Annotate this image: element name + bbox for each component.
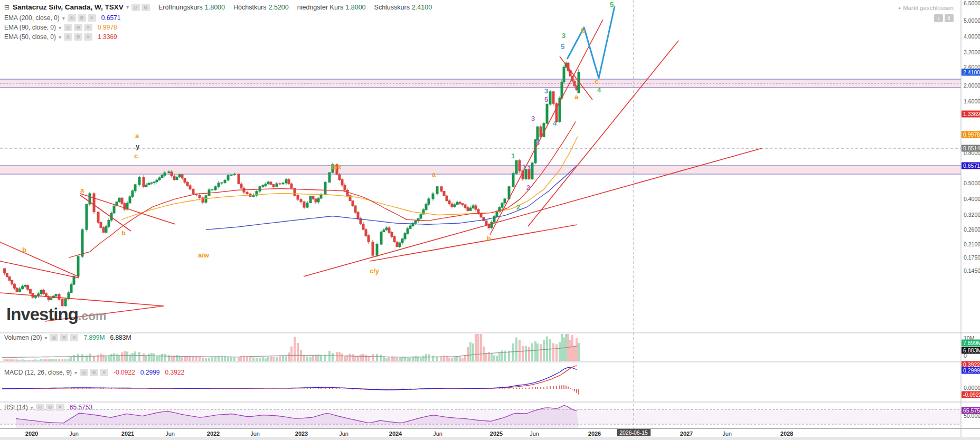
close-icon[interactable]: ✕	[70, 334, 78, 341]
chevron-down-icon[interactable]: ▾	[31, 405, 33, 410]
horizontal-scrollbar[interactable]	[0, 437, 980, 440]
ema-legend-row[interactable]: EMA (50, close, 0)▾◎⚙✕1.3369	[4, 33, 117, 41]
rsi-label: RSI (14)	[4, 404, 28, 411]
time-tick: Jun	[433, 431, 442, 437]
time-tick: Jun	[69, 431, 79, 437]
rsi-legend[interactable]: RSI (14) ▾ ◎ ⚙ ✕ 65.5753	[4, 404, 92, 411]
chevron-down-icon[interactable]: ▾	[74, 370, 77, 376]
symbol-header: ⊟ Santacruz Silv, Canada, W, TSXV ▾ ◎ ⚙ …	[4, 3, 432, 11]
wave-label[interactable]: c	[595, 78, 598, 85]
wave-label[interactable]: b	[581, 27, 585, 35]
ema-label: EMA (200, close, 0)	[4, 14, 60, 22]
wave-label[interactable]: a	[432, 170, 436, 178]
wave-label[interactable]: c	[134, 152, 138, 160]
scale-buttons: ↓ ⇕	[934, 14, 954, 22]
wave-label[interactable]: a	[135, 132, 139, 140]
price-tag: 1.3369	[962, 111, 980, 118]
price-tick: 4.0000	[964, 33, 980, 40]
gear-icon[interactable]: ⚙	[78, 14, 86, 22]
wave-label[interactable]: 3	[531, 114, 535, 122]
indicator-value: 7.899M	[83, 334, 105, 341]
ema-legend-row[interactable]: EMA (90, close, 0)▾◎⚙✕0.9978	[4, 24, 117, 31]
eye-icon[interactable]: ◎	[50, 334, 58, 341]
wave-label[interactable]: b	[22, 246, 26, 254]
chevron-down-icon[interactable]: ▾	[59, 25, 61, 31]
wave-label[interactable]: 2	[516, 203, 520, 211]
price-tick: 0.2100	[964, 241, 980, 247]
gear-icon[interactable]: ⚙	[74, 24, 82, 31]
wave-label[interactable]: 1	[511, 152, 515, 160]
price-tag: 65.5753	[962, 407, 980, 414]
indicator-value: 0.3922	[165, 369, 184, 376]
time-tick: Jun	[722, 431, 732, 437]
market-status-label: Markt geschlossen	[903, 5, 954, 11]
wave-label[interactable]: b	[487, 235, 491, 243]
ohlc-item: Eröffnungskurs1.8000	[158, 4, 225, 11]
close-icon[interactable]: ✕	[56, 404, 64, 411]
arrow-down-icon[interactable]: ↓	[934, 14, 943, 22]
wave-label[interactable]: b/x	[332, 163, 342, 171]
time-tick: 2028	[780, 431, 793, 437]
macd-legend[interactable]: MACD (12, 26, close, 9) ▾ ◎ ⚙ ✕ -0.09220…	[4, 369, 184, 376]
eye-icon[interactable]: ◎	[36, 404, 44, 411]
close-icon[interactable]: ✕	[84, 33, 92, 41]
wave-label[interactable]: 4	[597, 86, 601, 94]
time-tick: Jun	[165, 431, 175, 437]
macd-histogram	[5, 385, 579, 395]
wave-label[interactable]: b	[121, 229, 126, 237]
time-tick: 2021	[121, 431, 134, 437]
eye-icon[interactable]: ◎	[68, 14, 76, 22]
close-icon[interactable]: ✕	[100, 369, 108, 376]
gear-icon[interactable]: ⚙	[90, 369, 98, 376]
wave-label[interactable]: 4	[536, 139, 540, 147]
wave-label[interactable]: a	[80, 186, 84, 194]
close-icon[interactable]: ✕	[84, 24, 92, 31]
close-icon[interactable]: ✕	[88, 14, 96, 22]
future-date-badge: 2026-06-15	[617, 429, 651, 436]
wave-label[interactable]: 5	[610, 1, 614, 8]
eye-icon[interactable]: ◎	[80, 369, 88, 376]
collapse-icon[interactable]: ⊟	[4, 4, 10, 11]
wave-label[interactable]: 5	[561, 43, 564, 51]
volume-legend[interactable]: Volumen (20) ▾ ◎ ⚙ ✕ 7.899M6.883M	[4, 334, 131, 341]
chevron-down-icon[interactable]: ▾	[44, 335, 47, 341]
wave-label[interactable]: 3	[544, 87, 548, 95]
ohlc-item: Schlusskurs2.4100	[374, 4, 432, 11]
eye-icon[interactable]: ◎	[64, 24, 72, 31]
arrow-updown-icon[interactable]: ⇕	[945, 14, 954, 22]
eye-icon[interactable]: ◎	[131, 4, 140, 11]
price-tick: 0.0000	[964, 385, 980, 391]
ema-legend-row[interactable]: EMA (200, close, 0)▾◎⚙✕0.6571	[4, 14, 120, 22]
wave-label[interactable]: y	[136, 142, 139, 150]
price-tag: 0.8514	[962, 145, 980, 152]
chevron-down-icon[interactable]: ▾	[126, 4, 129, 10]
chevron-down-icon[interactable]: ▾	[62, 15, 65, 21]
price-tick: 0.1450	[964, 267, 980, 274]
gear-icon[interactable]: ⚙	[46, 404, 54, 411]
market-status: ●Markt geschlossen	[898, 5, 954, 11]
gear-icon[interactable]: ⚙	[74, 33, 82, 41]
time-tick: Jun	[250, 431, 260, 437]
wave-label[interactable]: 3	[562, 32, 566, 40]
wave-label[interactable]: a	[574, 93, 578, 101]
wave-label[interactable]: 2	[526, 184, 530, 192]
wave-label[interactable]: a/w	[198, 251, 209, 259]
price-tick: 6.5000	[964, 0, 980, 6]
gear-icon[interactable]: ⚙	[60, 334, 68, 341]
symbol-title[interactable]: Santacruz Silv, Canada, W, TSXV	[13, 3, 124, 11]
wave-label[interactable]: c/y	[370, 267, 379, 275]
chevron-down-icon[interactable]: ▾	[59, 34, 61, 40]
price-tick: 5.0000	[964, 17, 980, 24]
macd-label: MACD (12, 26, close, 9)	[4, 369, 72, 376]
candles	[4, 62, 580, 307]
ema-value: 0.9978	[98, 24, 117, 31]
wave-label[interactable]: 1	[522, 163, 526, 171]
eye-icon[interactable]: ◎	[64, 33, 72, 41]
price-tick: 0.4000	[964, 196, 980, 202]
price-tag: 2.4100	[962, 69, 980, 76]
price-tag: 6.883M	[962, 347, 980, 354]
wave-label[interactable]: 1	[527, 164, 531, 172]
wave-label[interactable]: 5	[544, 95, 548, 103]
gear-icon[interactable]: ⚙	[142, 4, 150, 11]
wave-label[interactable]: 4	[553, 119, 557, 127]
